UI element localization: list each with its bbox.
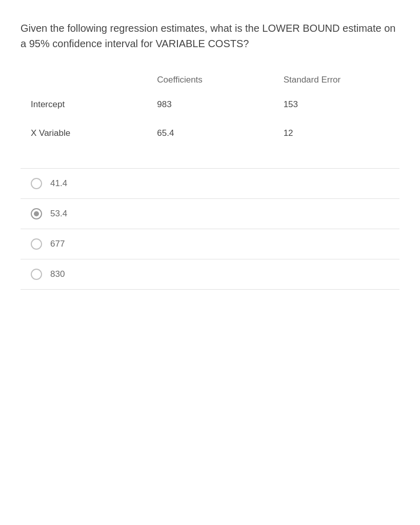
col-header-standard-error: Standard Error xyxy=(273,70,399,90)
option-row[interactable]: 677 xyxy=(21,229,399,259)
option-row[interactable]: 830 xyxy=(21,259,399,290)
radio-inner-dot xyxy=(34,211,39,216)
radio-button[interactable] xyxy=(31,269,42,280)
col-header-label xyxy=(21,70,147,90)
answer-options: 41.453.4677830 xyxy=(21,168,399,290)
row-standard-error: 12 xyxy=(273,119,399,148)
option-label: 830 xyxy=(50,269,65,279)
table-row: X Variable65.412 xyxy=(21,119,399,148)
radio-button[interactable] xyxy=(31,208,42,219)
col-header-coefficients: Coefficients xyxy=(147,70,273,90)
question-text: Given the following regression estimates… xyxy=(21,21,399,51)
radio-button[interactable] xyxy=(31,238,42,250)
row-coefficient: 65.4 xyxy=(147,119,273,148)
row-label: X Variable xyxy=(21,119,147,148)
option-label: 677 xyxy=(50,239,65,249)
option-label: 41.4 xyxy=(50,178,67,189)
radio-button[interactable] xyxy=(31,178,42,189)
row-coefficient: 983 xyxy=(147,90,273,119)
regression-table: Coefficients Standard Error Intercept983… xyxy=(21,70,399,148)
option-label: 53.4 xyxy=(50,209,67,219)
table-row: Intercept983153 xyxy=(21,90,399,119)
row-standard-error: 153 xyxy=(273,90,399,119)
option-row[interactable]: 41.4 xyxy=(21,168,399,198)
row-label: Intercept xyxy=(21,90,147,119)
option-row[interactable]: 53.4 xyxy=(21,198,399,229)
